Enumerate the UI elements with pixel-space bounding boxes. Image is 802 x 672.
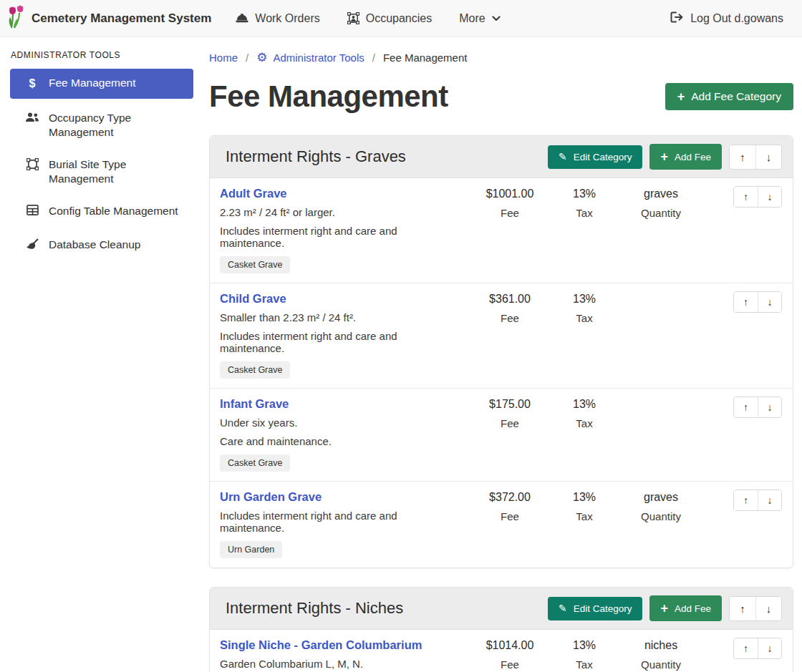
move-fee-down-button[interactable]: ↓ [758, 187, 781, 207]
dollar-icon: $ [25, 76, 39, 92]
move-category-down-button[interactable]: ↓ [755, 597, 781, 620]
add-fee-button[interactable]: + Add Fee [649, 144, 722, 170]
fee-reorder-group: ↑ ↓ [733, 291, 782, 313]
fee-amount-col: $1014.00 Fee [470, 638, 550, 671]
sidebar-item-label: Config Table Management [49, 204, 178, 218]
fee-tax: 13% [550, 398, 619, 411]
nav-more[interactable]: More [459, 12, 500, 25]
fee-amount-col: $361.00 Fee [470, 291, 550, 324]
sidebar-item-config-table[interactable]: Config Table Management [10, 198, 193, 225]
move-fee-up-button[interactable]: ↑ [734, 397, 758, 417]
sidebar-item-burial-site-type[interactable]: Burial Site Type Management [10, 152, 193, 192]
edit-category-button[interactable]: ✎ Edit Category [548, 597, 643, 620]
fee-amount-col: $1001.00 Fee [470, 186, 550, 219]
logout-button[interactable]: Log Out d.gowans [670, 11, 783, 26]
fee-tax: 13% [550, 491, 619, 504]
move-category-up-button[interactable]: ↑ [730, 597, 755, 620]
move-category-up-button[interactable]: ↑ [730, 145, 755, 169]
move-fee-down-button[interactable]: ↓ [758, 638, 781, 658]
fee-tax-label: Tax [550, 312, 619, 324]
fee-name[interactable]: Child Grave [220, 292, 286, 306]
category-fees: Single Niche - Garden Columbarium Garden… [210, 630, 793, 672]
nav-occupancies[interactable]: Occupancies [347, 12, 433, 25]
fee-tax: 13% [550, 293, 619, 306]
fee-name[interactable]: Single Niche - Garden Columbarium [220, 638, 422, 652]
table-icon [25, 204, 39, 219]
breadcrumb-separator: / [372, 52, 375, 64]
sidebar-item-label: Occupancy Type Management [49, 111, 186, 140]
fee-quantity-label: Quantity [619, 510, 703, 522]
fee-reorder-group: ↑ ↓ [733, 490, 782, 511]
breadcrumb-admin-tools-link[interactable]: ⚙ Administrator Tools [256, 52, 364, 64]
category-header: Interment Rights - Niches ✎ Edit Categor… [210, 588, 793, 630]
category-reorder-group: ↑ ↓ [729, 596, 782, 621]
fee-name[interactable]: Infant Grave [220, 397, 289, 411]
fee-name[interactable]: Urn Garden Grave [220, 490, 322, 504]
move-fee-up-button[interactable]: ↑ [734, 490, 758, 510]
fee-tax-col: 13% Tax [550, 396, 619, 429]
page-title: Fee Management [209, 79, 448, 114]
fee-name[interactable]: Adult Grave [220, 187, 287, 200]
users-icon [25, 111, 39, 126]
sidebar-header: ADMINISTRATOR TOOLS [11, 50, 193, 60]
category-reorder-group: ↑ ↓ [729, 145, 782, 170]
fee-tax-label: Tax [550, 510, 619, 522]
move-fee-down-button[interactable]: ↓ [758, 490, 781, 510]
sidebar-item-fee-management[interactable]: $ Fee Management [10, 69, 193, 99]
fee-row: Child Grave Smaller than 2.23 m² / 24 ft… [210, 283, 793, 388]
fee-amount: $1014.00 [470, 639, 550, 652]
admin-tools-sidebar: ADMINISTRATOR TOOLS $ Fee Management Occ… [0, 37, 202, 266]
move-fee-down-button[interactable]: ↓ [758, 292, 781, 312]
breadcrumb-separator: / [246, 52, 248, 64]
hard-hat-icon [236, 13, 248, 24]
move-category-down-button[interactable]: ↓ [755, 145, 781, 169]
fee-tax-label: Tax [550, 658, 619, 671]
move-fee-up-button[interactable]: ↑ [734, 187, 758, 207]
category-title: Interment Rights - Graves [226, 147, 406, 166]
nav-work-orders[interactable]: Work Orders [236, 12, 319, 25]
fee-badge: Casket Grave [220, 361, 290, 379]
fee-tax-col: 13% Tax [550, 490, 619, 522]
fee-reorder-group: ↑ ↓ [733, 638, 782, 659]
top-navbar: Cemetery Management System Work Orders [0, 0, 802, 37]
fee-category-card: Interment Rights - Graves ✎ Edit Categor… [209, 135, 793, 568]
gear-icon: ⚙ [256, 52, 267, 64]
fee-row: Single Niche - Garden Columbarium Garden… [210, 630, 793, 672]
fee-tax: 13% [550, 639, 619, 652]
app-brand[interactable]: Cemetery Management System [7, 5, 211, 31]
sign-out-icon [670, 11, 683, 26]
fee-description-1: Under six years. [220, 417, 464, 429]
fee-description-1: Smaller than 2.23 m² / 24 ft². [220, 311, 464, 323]
fee-tax-col: 13% Tax [550, 638, 619, 671]
sidebar-item-database-cleanup[interactable]: Database Cleanup [10, 232, 193, 259]
app-title: Cemetery Management System [32, 11, 211, 26]
plus-icon: + [677, 90, 685, 103]
sidebar-item-label: Burial Site Type Management [49, 157, 186, 186]
fee-badge: Urn Garden [220, 541, 282, 558]
breadcrumb-home-link[interactable]: Home [209, 52, 238, 64]
pencil-icon: ✎ [559, 152, 567, 162]
breadcrumb: Home / ⚙ Administrator Tools / Fee Manag… [209, 52, 793, 64]
fee-row: Urn Garden Grave Includes interment righ… [210, 481, 793, 568]
fee-row: Adult Grave 2.23 m² / 24 ft² or larger. … [210, 178, 793, 283]
fee-quantity-col: graves Quantity [619, 490, 703, 522]
move-fee-up-button[interactable]: ↑ [734, 292, 758, 312]
fee-description-2: Care and maintenance. [220, 435, 464, 447]
sidebar-item-occupancy-type[interactable]: Occupancy Type Management [10, 105, 193, 145]
fee-category-card: Interment Rights - Niches ✎ Edit Categor… [209, 587, 793, 672]
fee-amount-label: Fee [470, 207, 550, 219]
category-fees: Adult Grave 2.23 m² / 24 ft² or larger. … [210, 178, 793, 568]
nav-occupancies-label: Occupancies [366, 12, 433, 25]
edit-category-button[interactable]: ✎ Edit Category [548, 145, 643, 169]
nav-more-label: More [459, 12, 485, 25]
fee-tax-col: 13% Tax [550, 291, 619, 324]
move-fee-up-button[interactable]: ↑ [734, 638, 758, 658]
move-fee-down-button[interactable]: ↓ [758, 397, 781, 417]
pencil-icon: ✎ [559, 603, 567, 613]
fee-quantity: graves [619, 491, 703, 504]
category-title: Interment Rights - Niches [226, 599, 403, 618]
fee-description-1: Garden Columbarium L, M, N. [220, 658, 464, 670]
add-fee-category-button[interactable]: + Add Fee Category [665, 83, 793, 110]
add-fee-button[interactable]: + Add Fee [649, 595, 722, 621]
fee-description-1: Includes interment right and care and ma… [220, 510, 464, 534]
